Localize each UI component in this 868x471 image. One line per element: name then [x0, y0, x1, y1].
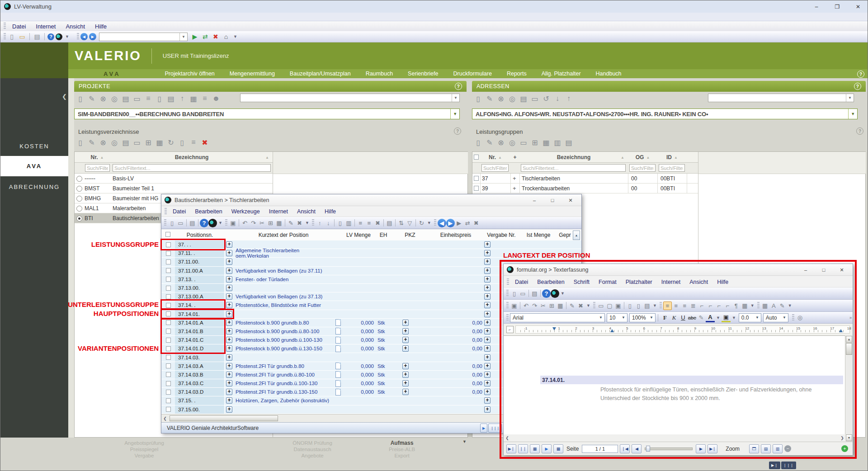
filter-input-bezeichnung[interactable]	[113, 164, 271, 172]
toolbar-options-icon[interactable]: ▼	[788, 303, 792, 308]
sort-icon[interactable]: ▲	[674, 155, 678, 160]
print-export-icon[interactable]: ▤	[166, 94, 176, 104]
expand-plus-button[interactable]: +	[226, 250, 232, 256]
right-indent-marker[interactable]	[839, 329, 843, 332]
toolbar-options-icon[interactable]: ▼	[305, 221, 309, 225]
column-header-bezeichnung[interactable]: Bezeichnung▲	[111, 152, 273, 163]
auto-color-combobox[interactable]: Auto▼	[763, 313, 788, 322]
chevron-down-icon[interactable]: ▼	[450, 109, 459, 119]
chevron-down-icon[interactable]: ▼	[846, 94, 854, 102]
list-view-icon[interactable]: ≡	[200, 94, 210, 104]
first-line-indent-marker[interactable]	[552, 327, 556, 330]
expand-plus-button[interactable]: +	[226, 293, 232, 300]
langtext-document-icon[interactable]	[335, 337, 341, 344]
numbering-icon[interactable]: ▥	[552, 137, 562, 147]
filter-input-og[interactable]	[629, 164, 656, 172]
font-family-combobox[interactable]: Arial▼	[510, 313, 605, 322]
column-header-id[interactable]: ID▲	[657, 152, 687, 163]
page-slider[interactable]	[645, 447, 693, 450]
column-header-einheitspreis[interactable]: Einheitspreis	[429, 229, 482, 240]
lv-row[interactable]: ------Basis-LV	[75, 174, 273, 184]
langtext-document-icon[interactable]	[335, 328, 341, 334]
new-lv-icon[interactable]: ▯	[75, 137, 85, 147]
valerio-logo-icon[interactable]	[551, 289, 559, 298]
upload-address-icon[interactable]: ↑	[564, 94, 574, 104]
pkz-plus-button[interactable]: +	[402, 337, 409, 343]
panel-1-icon[interactable]: ▢	[605, 301, 614, 310]
document-icon[interactable]: ▤	[643, 301, 651, 310]
menu-datei[interactable]: Datei	[168, 208, 190, 215]
spacing-combobox[interactable]: 0.0▼	[739, 313, 761, 322]
menu-werkzeuge[interactable]: Werkzeuge	[227, 208, 264, 215]
adresse-select-combobox[interactable]: ALFONS•ING. ALFONS•WR. NEUSTADT•ALFONS•2…	[472, 108, 858, 119]
goto-page-icon[interactable]: ▯	[336, 219, 344, 227]
delete-lv-icon[interactable]: ⊗	[98, 137, 108, 147]
bottom-item-angebotsprüfung[interactable]: Angebotsprüfung	[74, 440, 214, 446]
column-header-bezeichnung[interactable]: Bezeichnung▲	[519, 152, 628, 163]
project-document-icon[interactable]: ▯	[155, 94, 165, 104]
nav-link-mengenermittlung[interactable]: Mengenermittlung	[230, 71, 275, 77]
row-radio[interactable]	[76, 206, 82, 212]
adressen-search-combobox[interactable]: ▼	[708, 94, 854, 102]
help-icon[interactable]: ?	[200, 219, 208, 227]
forward-icon[interactable]: ▶	[446, 219, 455, 227]
row-checkbox[interactable]	[166, 251, 171, 256]
open-folder-icon[interactable]: ▭	[519, 289, 527, 298]
new-document-icon[interactable]: ▯	[510, 289, 519, 298]
langtext-document-icon[interactable]	[335, 380, 341, 387]
first-page-button[interactable]: ▶❘	[506, 444, 516, 453]
toolbar-options-icon[interactable]: ▼	[586, 303, 590, 308]
pages-button[interactable]: ▦	[553, 444, 563, 453]
delete-position-icon[interactable]: ✖	[295, 219, 304, 227]
row-checkbox[interactable]	[474, 176, 479, 181]
vergabe-plus-button[interactable]: +	[484, 345, 491, 352]
redo-icon[interactable]: ↷	[249, 219, 258, 227]
scrollbar-thumb[interactable]	[170, 415, 278, 421]
history-undo-icon[interactable]: ↺	[541, 94, 551, 104]
chevron-down-icon[interactable]: ▼	[620, 316, 627, 320]
bottom-item-preisspiegel[interactable]: Preisspiegel	[74, 446, 214, 452]
menu-bearbeiten[interactable]: Bearbeiten	[533, 279, 569, 285]
pkz-plus-button[interactable]: +	[402, 380, 409, 386]
tab-decimal-icon[interactable]: ⌐	[723, 301, 732, 310]
toolbar-grip[interactable]	[4, 33, 6, 40]
sidebar-item-abrechnung[interactable]: ABRECHNUNG	[0, 177, 68, 197]
expand-plus-button[interactable]: +	[226, 328, 232, 334]
column-header-lvmenge[interactable]: LV Menge	[343, 229, 374, 240]
vergabe-plus-button[interactable]: +	[484, 363, 491, 369]
delete-address-icon[interactable]: ⊗	[496, 94, 506, 104]
open-folder-icon[interactable]: ▭	[18, 32, 27, 41]
toolbar-grip[interactable]	[506, 314, 509, 321]
lg-row[interactable]: 39+Trockenbauarbeiten0000BTI	[472, 184, 698, 193]
page-number-field[interactable]: 1 / 1	[582, 445, 618, 453]
sidebar-item-ava[interactable]: AVA	[0, 156, 68, 176]
menu-ansicht[interactable]: Ansicht	[61, 23, 90, 30]
vergabe-plus-button[interactable]: +	[484, 276, 491, 283]
sidebar-collapse-icon[interactable]: ❮	[62, 93, 67, 100]
row-checkbox[interactable]	[166, 398, 171, 403]
vergabe-plus-button[interactable]: +	[484, 302, 491, 308]
scroll-left-icon[interactable]: ❮	[161, 415, 169, 422]
nav-link-projektarchiv-öffnen[interactable]: Projektarchiv öffnen	[165, 71, 215, 77]
text-editor-area[interactable]: 37.14.01. Pfostenstock für einflügelige …	[504, 335, 846, 435]
menu-format[interactable]: Format	[594, 279, 621, 285]
expand-plus-button[interactable]: +	[226, 285, 232, 291]
projekte-search-combobox[interactable]: ▼	[240, 94, 460, 102]
bottom-item-vergabe[interactable]: Vergabe	[74, 452, 214, 459]
menu-internet[interactable]: Internet	[31, 23, 61, 30]
slider-thumb[interactable]	[646, 446, 650, 452]
toolbar-options-icon[interactable]: ▼	[233, 34, 237, 39]
bottom-item-aufmass[interactable]: Aufmass	[332, 440, 472, 446]
paste-icon[interactable]: ▦	[275, 219, 283, 227]
filter-input-id[interactable]	[659, 164, 685, 172]
column-header-kurztext[interactable]: Kurztext der Position	[234, 229, 333, 240]
minimize-button[interactable]: –	[806, 0, 827, 13]
back-icon[interactable]: ◀	[80, 33, 88, 40]
row-format-1-icon[interactable]: ≡	[356, 219, 365, 227]
column-header-og[interactable]: OG▲	[628, 152, 657, 163]
toolbar-grip[interactable]	[792, 314, 794, 321]
cancel-icon[interactable]: ✖	[472, 219, 481, 227]
nav-link-allg-platzhalter[interactable]: Allg. Platzhalter	[542, 71, 581, 77]
expand-plus-button[interactable]: +	[226, 320, 232, 326]
toolbar-grip[interactable]	[312, 219, 314, 226]
